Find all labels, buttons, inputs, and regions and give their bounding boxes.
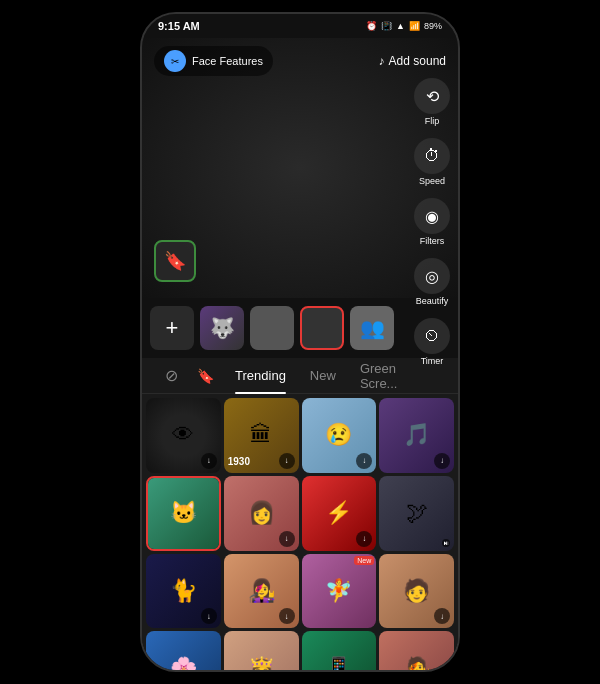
effect-face-blue[interactable]: 😢 ↓: [302, 398, 377, 473]
effect-building[interactable]: 🏛 1930 ↓: [224, 398, 299, 473]
filters-tool[interactable]: ◉ Filters: [414, 198, 450, 246]
tab-greenscreen[interactable]: Green Scre...: [348, 358, 446, 394]
face-features-button[interactable]: ✂ Face Features: [154, 46, 273, 76]
status-icons: ⏰ 📳 ▲ 📶 89%: [366, 21, 442, 31]
status-time: 9:15 AM: [158, 20, 200, 32]
right-tools: ⟲ Flip ⏱ Speed ◉ Filters ◎ Beautify ⏲ Ti…: [414, 78, 450, 366]
flip-tool[interactable]: ⟲ Flip: [414, 78, 450, 126]
status-bar: 9:15 AM ⏰ 📳 ▲ 📶 89%: [142, 14, 458, 38]
effect-angel[interactable]: 🕊 ⏯: [379, 476, 454, 551]
filter-thumb-dark[interactable]: [300, 306, 344, 350]
wifi-icon: ▲: [396, 21, 405, 31]
beautify-label: Beautify: [416, 296, 449, 306]
download-icon: ↓: [356, 531, 372, 547]
camera-area: ✂ Face Features ♪ Add sound ⟲ Flip ⏱ Spe…: [142, 38, 458, 298]
beautify-tool[interactable]: ◎ Beautify: [414, 258, 450, 306]
tab-bar: ⊘ 🔖 Trending New Green Scre...: [142, 358, 458, 394]
tab-saved[interactable]: 🔖: [189, 358, 224, 394]
bookmark-icon: 🔖: [164, 250, 186, 272]
filter-thumb-people[interactable]: 👥: [350, 306, 394, 350]
flip-label: Flip: [425, 116, 440, 126]
effect-flower[interactable]: 🌸 ↓: [146, 631, 221, 672]
speed-tool[interactable]: ⏱ Speed: [414, 138, 450, 186]
effect-girl1[interactable]: 👩 ↓: [224, 476, 299, 551]
tab-trending[interactable]: Trending: [223, 358, 298, 394]
effect-boy[interactable]: 🧑 ↓: [379, 554, 454, 629]
beautify-icon: ◎: [414, 258, 450, 294]
bookmark-button[interactable]: 🔖: [154, 240, 196, 282]
filters-icon: ◉: [414, 198, 450, 234]
effects-grid: 👁 ↓ 🏛 1930 ↓ 😢 ↓ 🎵: [142, 394, 458, 672]
add-filter-button[interactable]: +: [150, 306, 194, 350]
effect-girl3[interactable]: 🧚 New: [302, 554, 377, 629]
battery-icon: 89%: [424, 21, 442, 31]
filter-thumb-wolf[interactable]: 🐺: [200, 306, 244, 350]
effect-tiktok[interactable]: 📱 ↓: [302, 631, 377, 672]
tab-new[interactable]: New: [298, 358, 348, 394]
tab-trending-label: Trending: [235, 368, 286, 383]
download-icon: ↓: [279, 453, 295, 469]
speed-label: Speed: [419, 176, 445, 186]
download-icon: ↓: [434, 453, 450, 469]
new-badge: New: [354, 556, 374, 565]
download-icon: ↓: [279, 531, 295, 547]
signal-icon: 📶: [409, 21, 420, 31]
effect-lightning[interactable]: ⚡ ↓: [302, 476, 377, 551]
filter-thumb-gray[interactable]: [250, 306, 294, 350]
effect-purple[interactable]: 🎵 ↓: [379, 398, 454, 473]
effect-girl4[interactable]: 👸 ↓: [224, 631, 299, 672]
prohibited-icon: ⊘: [165, 366, 178, 385]
download-icon: ↓: [201, 453, 217, 469]
download-icon: ↓: [201, 608, 217, 624]
add-sound-button[interactable]: ♪ Add sound: [379, 54, 446, 68]
filter-strip: + 🐺 👥: [142, 298, 458, 358]
alarm-icon: ⏰: [366, 21, 377, 31]
top-toolbar: ✂ Face Features ♪ Add sound: [142, 46, 458, 76]
tab-new-label: New: [310, 368, 336, 383]
effect-boy2[interactable]: 🧑‍🎤 ↓: [379, 631, 454, 672]
plus-icon: +: [166, 315, 179, 341]
speed-icon: ⏱: [414, 138, 450, 174]
tab-greenscreen-label: Green Scre...: [360, 361, 434, 391]
download-icon: ↓: [279, 608, 295, 624]
add-sound-label: Add sound: [389, 54, 446, 68]
phone-frame: 9:15 AM ⏰ 📳 ▲ 📶 89% ✂ Face Features ♪ Ad…: [140, 12, 460, 672]
download-icon: ↓: [434, 608, 450, 624]
effect-girl2[interactable]: 👩‍🎤 ↓: [224, 554, 299, 629]
effects-panel: ⊘ 🔖 Trending New Green Scre... 👁 ↓: [142, 358, 458, 672]
saved-bookmark-icon: 🔖: [197, 368, 214, 384]
filters-label: Filters: [420, 236, 445, 246]
vibrate-icon: 📳: [381, 21, 392, 31]
face-features-label: Face Features: [192, 55, 263, 67]
flip-icon: ⟲: [414, 78, 450, 114]
download-icon: ↓: [356, 453, 372, 469]
effect-cat[interactable]: 🐈 ↓: [146, 554, 221, 629]
tab-none[interactable]: ⊘: [154, 358, 189, 394]
face-features-icon: ✂: [164, 50, 186, 72]
music-icon: ♪: [379, 54, 385, 68]
timer-icon: ⏲: [414, 318, 450, 354]
effect-robotcat[interactable]: 🐱: [146, 476, 221, 551]
effect-eye[interactable]: 👁 ↓: [146, 398, 221, 473]
